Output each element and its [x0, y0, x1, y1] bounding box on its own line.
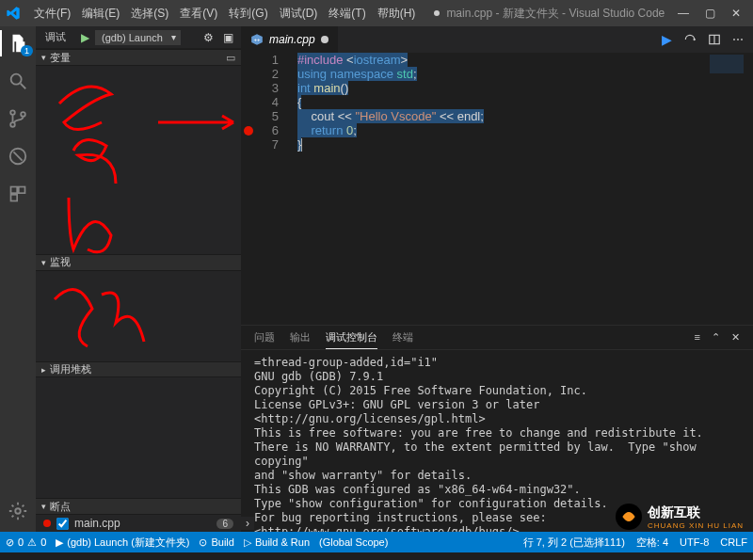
collapse-icon[interactable]: ▭	[226, 52, 235, 64]
window-controls: — ▢ ✕	[678, 7, 747, 20]
split-editor-icon[interactable]	[708, 33, 721, 46]
variables-body	[36, 66, 241, 254]
breadcrumb-chevron-icon[interactable]: ›	[241, 517, 254, 530]
section-watch-label: 监视	[50, 255, 71, 269]
menu-file[interactable]: 文件(F)	[28, 2, 76, 25]
warning-count: 0	[40, 536, 46, 548]
gear-icon	[8, 501, 28, 521]
panel-collapse-icon[interactable]: ⌃	[712, 331, 720, 344]
menu-bar: 文件(F) 编辑(E) 选择(S) 查看(V) 转到(G) 调试(D) 终端(T…	[28, 2, 421, 25]
breakpoint-checkbox[interactable]	[56, 518, 69, 530]
panel-tab-problems[interactable]: 问题	[254, 327, 275, 348]
editor-body[interactable]: 1234567 #include <iostream>using namespa…	[241, 53, 753, 325]
cpp-file-icon: ++	[250, 33, 264, 46]
svg-line-1	[21, 84, 26, 89]
code-line[interactable]: return 0;	[297, 123, 753, 137]
activity-settings[interactable]	[7, 500, 29, 522]
svg-point-0	[11, 74, 22, 85]
status-build[interactable]: ⊙ Build	[199, 536, 233, 549]
activity-extensions[interactable]	[7, 183, 29, 205]
more-icon[interactable]: ⋯	[732, 33, 744, 46]
title-folder: 新建文件夹	[503, 7, 559, 20]
debug-sidebar: 调试 ▶ (gdb) Launch ⚙ ▣ 变量 ▭ 监视	[36, 26, 241, 532]
section-variables-label: 变量	[50, 51, 71, 65]
title-filename: main.cpp	[446, 7, 492, 20]
maximize-button[interactable]: ▢	[704, 7, 715, 20]
console-icon[interactable]: ▣	[223, 31, 233, 44]
code-line[interactable]: cout << "Hello Vscode" << endl;	[297, 109, 753, 123]
code-line[interactable]: using namespace std;	[297, 67, 753, 81]
code-line[interactable]: {	[297, 95, 753, 109]
panel-tab-terminal[interactable]: 终端	[393, 327, 413, 348]
panel-clear-icon[interactable]: ≡	[695, 331, 700, 344]
line-number: 5	[256, 109, 279, 123]
status-scope[interactable]: (Global Scope)	[319, 536, 388, 548]
activity-bar: 1	[0, 26, 36, 532]
step-over-icon[interactable]	[683, 33, 697, 46]
menu-edit[interactable]: 编辑(E)	[76, 2, 125, 25]
watermark-icon	[616, 504, 642, 530]
svg-rect-9	[11, 195, 18, 201]
section-breakpoints-label: 断点	[50, 500, 71, 514]
activity-debug[interactable]	[7, 145, 29, 168]
activity-scm[interactable]	[7, 107, 29, 130]
line-number: 6	[256, 123, 279, 137]
status-bar: ⊘ 0 ⚠ 0 ▶ (gdb) Launch (新建文件夹) ⊙ Build ▷…	[0, 532, 753, 552]
status-errors[interactable]: ⊘ 0 ⚠ 0	[6, 536, 46, 549]
code-line[interactable]: int main()	[297, 81, 753, 95]
code-line[interactable]: #include <iostream>	[297, 53, 753, 67]
panel-tab-output[interactable]: 输出	[290, 327, 311, 348]
minimap-viewport[interactable]	[710, 55, 744, 73]
breakpoint-gutter[interactable]	[241, 53, 256, 325]
status-build-run[interactable]: ▷ Build & Run	[244, 536, 310, 549]
close-button[interactable]: ✕	[730, 7, 742, 20]
build-label: Build	[211, 536, 233, 548]
menu-view[interactable]: 查看(V)	[174, 2, 223, 25]
svg-point-4	[21, 112, 25, 117]
activity-explorer[interactable]: 1	[7, 32, 29, 55]
svg-point-10	[15, 508, 21, 514]
launch-config-select[interactable]: (gdb) Launch	[95, 30, 181, 45]
breakpoint-dot-icon	[43, 520, 51, 527]
status-launch[interactable]: ▶ (gdb) Launch (新建文件夹)	[56, 536, 189, 550]
menu-debug[interactable]: 调试(D)	[274, 2, 324, 25]
title-bar: 文件(F) 编辑(E) 选择(S) 查看(V) 转到(G) 调试(D) 终端(T…	[0, 0, 753, 26]
section-watch[interactable]: 监视	[36, 254, 241, 271]
breakpoint-marker-icon[interactable]	[244, 126, 253, 136]
section-breakpoints[interactable]: 断点	[36, 498, 241, 515]
activity-search[interactable]	[7, 70, 29, 92]
status-cursor[interactable]: 行 7, 列 2 (已选择111)	[523, 536, 625, 550]
status-spaces[interactable]: 空格: 4	[636, 536, 668, 550]
watch-body	[36, 271, 241, 361]
panel-close-icon[interactable]: ✕	[731, 331, 740, 344]
breakpoint-row[interactable]: main.cpp 6	[36, 515, 241, 532]
status-eol[interactable]: CRLF	[720, 536, 747, 548]
dirty-indicator-icon	[321, 36, 328, 43]
debug-tab[interactable]: 调试	[36, 26, 75, 48]
section-variables[interactable]: 变量 ▭	[36, 49, 241, 66]
breakpoint-file: main.cpp	[74, 517, 120, 530]
debug-header: 调试 ▶ (gdb) Launch ⚙ ▣	[36, 26, 241, 49]
status-encoding[interactable]: UTF-8	[680, 536, 709, 548]
start-debug-button[interactable]: ▶	[81, 31, 89, 44]
line-number-gutter: 1234567	[256, 53, 286, 325]
menu-help[interactable]: 帮助(H)	[372, 2, 422, 25]
minimap[interactable]	[706, 53, 753, 166]
editor-tab-main[interactable]: ++ main.cpp	[241, 26, 338, 53]
section-callstack-label: 调用堆栈	[50, 362, 91, 376]
menu-terminal[interactable]: 终端(T)	[323, 2, 371, 25]
minimize-button[interactable]: —	[678, 7, 689, 20]
menu-selection[interactable]: 选择(S)	[125, 2, 174, 25]
menu-go[interactable]: 转到(G)	[223, 2, 273, 25]
run-button[interactable]: ▶	[662, 32, 672, 47]
svg-point-14	[694, 39, 696, 40]
section-callstack[interactable]: 调用堆栈	[36, 361, 241, 378]
explorer-badge: 1	[21, 45, 33, 56]
editor-tab-label: main.cpp	[269, 33, 315, 46]
error-count: 0	[18, 536, 24, 548]
line-number: 2	[256, 67, 279, 81]
code-content[interactable]: #include <iostream>using namespace std;i…	[286, 53, 753, 325]
panel-tab-debugconsole[interactable]: 调试控制台	[326, 327, 377, 349]
code-line[interactable]: }	[297, 137, 753, 152]
settings-icon[interactable]: ⚙	[203, 31, 214, 44]
